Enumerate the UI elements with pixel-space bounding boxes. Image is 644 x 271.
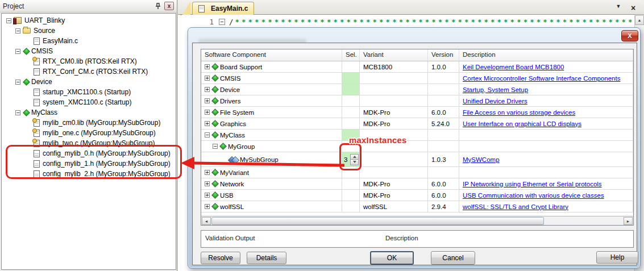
component-name-cell[interactable]: +Board Support: [201, 61, 342, 73]
sel-cell[interactable]: [342, 178, 360, 190]
tree-item-system_xmc1100.c[interactable]: system_XMC1100.c (Startup): [2, 97, 176, 107]
component-name-cell[interactable]: +Device: [201, 84, 342, 95]
project-tree[interactable]: −UART_Blinky−SourceEasyMain.c−CMSISRTX_C…: [1, 13, 176, 270]
sel-cell[interactable]: [342, 61, 360, 73]
scrollbar-thumb[interactable]: [211, 217, 544, 225]
component-row-cmsis[interactable]: +CMSISCortex Microcontroller Software In…: [201, 73, 633, 84]
sel-cell[interactable]: [342, 95, 360, 107]
tree-item-mylib_cm0.lib[interactable]: mylib_cm0.lib (MyGroup:MySubGroup): [2, 118, 176, 128]
description-link[interactable]: IP Networking using Ethernet or Serial p…: [463, 181, 602, 187]
variant-cell[interactable]: MDK-Pro: [360, 118, 428, 130]
description-link[interactable]: User Interface on graphical LCD displays: [463, 120, 581, 127]
tree-expander-icon[interactable]: +: [205, 110, 210, 115]
component-row-device[interactable]: +DeviceStartup, System Setup: [201, 84, 633, 95]
tree-expander-icon[interactable]: −: [15, 28, 20, 34]
sel-cell[interactable]: [342, 73, 360, 84]
component-name-cell[interactable]: +MyVariant: [201, 167, 342, 178]
component-row-myvariant[interactable]: +MyVariant: [201, 167, 633, 178]
component-row-myclass[interactable]: −MyClass: [201, 130, 633, 141]
code-fold-icon[interactable]: [219, 19, 225, 25]
component-name-cell[interactable]: +wolfSSL: [201, 201, 342, 212]
variant-cell[interactable]: [360, 84, 428, 95]
col-header-sel[interactable]: Sel.: [342, 49, 360, 61]
ok-button[interactable]: OK: [370, 251, 414, 265]
description-link[interactable]: wolfSSL: SSL/TLS and Crypt Library: [463, 203, 568, 210]
tree-item-rtx_conf_cm.c[interactable]: RTX_Conf_CM.c (RTOS:Keil RTX): [2, 66, 176, 77]
component-row-wolfssl[interactable]: +wolfSSLwolfSSL2.9.4wolfSSL: SSL/TLS and…: [201, 201, 633, 212]
tree-item-mylib_one.c[interactable]: mylib_one.c (MyGroup:MySubGroup): [2, 128, 176, 138]
tree-expander-icon[interactable]: +: [205, 64, 210, 69]
tree-expander-icon[interactable]: +: [205, 193, 210, 198]
tree-expander-icon[interactable]: −: [205, 132, 210, 137]
tree-expander-icon[interactable]: +: [205, 181, 210, 186]
component-name-cell[interactable]: +Graphics: [201, 118, 342, 130]
pin-icon[interactable]: [153, 2, 163, 10]
cancel-button[interactable]: Cancel: [431, 251, 475, 265]
description-link[interactable]: Cortex Microcontroller Software Interfac…: [463, 75, 620, 82]
component-name-cell[interactable]: +Network: [201, 178, 342, 190]
description-link[interactable]: File Access on various storage devices: [463, 109, 575, 116]
sel-cell[interactable]: [342, 118, 360, 130]
tree-item-rtx_cm0.lib[interactable]: RTX_CM0.lib (RTOS:Keil RTX): [2, 56, 176, 66]
variant-cell[interactable]: MDK-Pro: [360, 178, 428, 190]
col-header-software-component[interactable]: Software Component: [201, 49, 342, 61]
component-row-board-support[interactable]: +Board SupportMCB18001.0.0Keil Developme…: [201, 61, 633, 73]
tree-expander-icon[interactable]: −: [15, 49, 20, 54]
component-row-mygroup[interactable]: −MyGroup: [201, 141, 633, 152]
tree-expander-icon[interactable]: +: [205, 87, 210, 92]
component-name-cell[interactable]: +USB: [201, 190, 342, 201]
component-name-cell[interactable]: +CMSIS: [201, 73, 342, 84]
variant-cell[interactable]: [360, 95, 428, 107]
tree-expander-icon[interactable]: +: [205, 170, 210, 175]
component-row-file-system[interactable]: +File SystemMDK-Pro6.0.0File Access on v…: [201, 107, 633, 118]
component-name-cell[interactable]: +Drivers: [201, 95, 342, 107]
description-link[interactable]: USB Communication with various device cl…: [463, 192, 604, 199]
tab-close-icon[interactable]: ×: [628, 3, 638, 12]
component-name-cell[interactable]: MySubGroup: [201, 152, 342, 167]
scroll-up-icon[interactable]: ▲: [635, 15, 644, 25]
component-row-graphics[interactable]: +GraphicsMDK-Pro5.24.0User Interface on …: [201, 118, 633, 130]
tree-item-cmsis[interactable]: −CMSIS: [2, 46, 176, 56]
sel-cell[interactable]: [342, 84, 360, 95]
sel-cell[interactable]: [342, 190, 360, 201]
variant-cell[interactable]: MDK-Pro: [360, 107, 428, 118]
description-link[interactable]: Keil Development Board MCB1800: [463, 64, 564, 70]
tree-item-myclass[interactable]: −MyClass: [2, 107, 176, 118]
tab-list-dropdown-icon[interactable]: ▼: [613, 3, 624, 12]
component-row-drivers[interactable]: +DriversUnified Device Drivers: [201, 95, 633, 107]
component-name-cell[interactable]: −MyGroup: [201, 141, 342, 152]
variant-cell[interactable]: wolfSSL: [360, 201, 428, 212]
panel-close-icon[interactable]: x: [164, 2, 174, 10]
component-name-cell[interactable]: −MyClass: [201, 130, 342, 141]
col-header-version[interactable]: Version: [428, 49, 459, 61]
component-row-network[interactable]: +NetworkMDK-Pro6.0.0IP Networking using …: [201, 178, 633, 190]
description-link[interactable]: Unified Device Drivers: [463, 98, 527, 105]
sel-cell[interactable]: [342, 201, 360, 212]
variant-cell[interactable]: MCB1800: [360, 61, 428, 73]
tree-item-uart_blinky[interactable]: −UART_Blinky: [2, 15, 176, 26]
component-row-mysubgroup[interactable]: MySubGroup31.0.3MySWComp: [201, 152, 633, 167]
description-link[interactable]: Startup, System Setup: [463, 86, 528, 93]
tree-expander-icon[interactable]: +: [205, 204, 210, 209]
tree-item-easymain.c[interactable]: EasyMain.c: [2, 36, 176, 46]
tree-item-source[interactable]: −Source: [2, 26, 176, 36]
help-button[interactable]: Help: [596, 251, 638, 264]
tab-easymain[interactable]: EasyMain.c: [192, 2, 254, 15]
tree-expander-icon[interactable]: +: [205, 98, 210, 103]
variant-cell[interactable]: [360, 167, 428, 178]
tree-item-startup_xmc1100.s[interactable]: startup_XMC1100.s (Startup): [2, 87, 176, 97]
sel-cell[interactable]: [342, 107, 360, 118]
col-header-description[interactable]: Description: [459, 49, 633, 61]
details-button[interactable]: Details: [247, 252, 286, 264]
tree-expander-icon[interactable]: +: [205, 121, 210, 126]
tree-expander-icon[interactable]: −: [213, 144, 218, 149]
scroll-right-icon[interactable]: ►: [624, 217, 633, 225]
description-link[interactable]: MySWComp: [463, 156, 500, 163]
resolve-button[interactable]: Resolve: [201, 252, 240, 264]
variant-cell[interactable]: MDK-Pro: [360, 190, 428, 201]
component-row-usb[interactable]: +USBMDK-Pro6.0.0USB Communication with v…: [201, 190, 633, 201]
tree-expander-icon[interactable]: −: [15, 80, 20, 85]
tree-expander-icon[interactable]: −: [6, 18, 11, 23]
tree-expander-icon[interactable]: −: [15, 110, 20, 115]
variant-cell[interactable]: [360, 152, 428, 167]
